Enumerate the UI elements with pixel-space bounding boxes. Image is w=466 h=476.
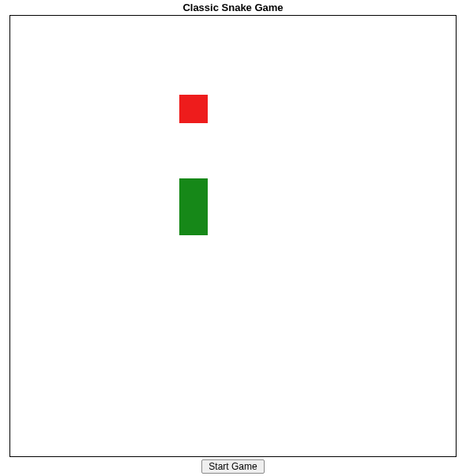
start-button[interactable]: Start Game bbox=[201, 459, 264, 474]
snake-segment bbox=[179, 207, 208, 235]
game-board[interactable] bbox=[9, 15, 457, 457]
food bbox=[179, 95, 208, 123]
page-title: Classic Snake Game bbox=[182, 2, 283, 13]
snake-segment bbox=[179, 178, 208, 207]
